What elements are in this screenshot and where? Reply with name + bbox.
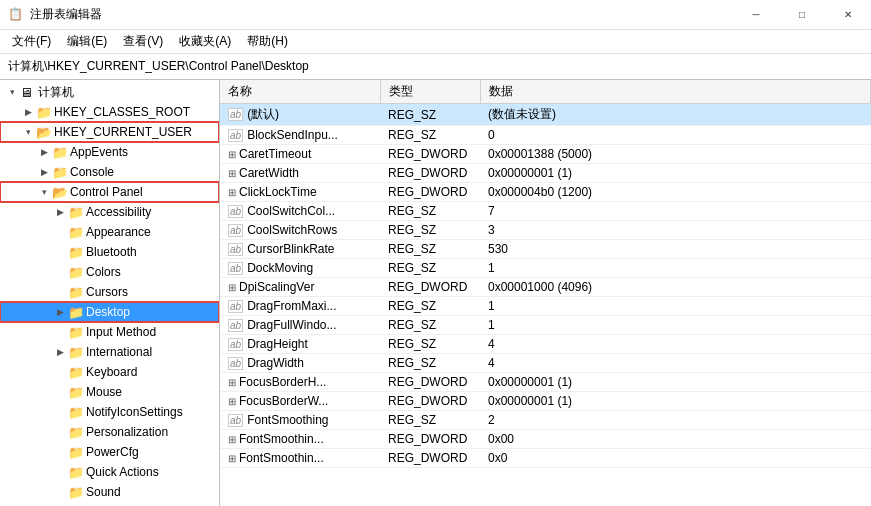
tree-label-console: Console	[70, 165, 114, 179]
tree-item-personalization[interactable]: 📁 Personalization	[0, 422, 219, 442]
tree-item-sound[interactable]: 📁 Sound	[0, 482, 219, 502]
tree-label-powercfg: PowerCfg	[86, 445, 139, 459]
tree-item-console[interactable]: ▶ 📁 Console	[0, 162, 219, 182]
menu-view[interactable]: 查看(V)	[115, 31, 171, 52]
table-row[interactable]: abCursorBlinkRateREG_SZ530	[220, 240, 871, 259]
table-row[interactable]: abBlockSendInpu...REG_SZ0	[220, 126, 871, 145]
reg-name-cell: abDockMoving	[220, 259, 380, 278]
table-row[interactable]: ⊞FocusBorderH...REG_DWORD0x00000001 (1)	[220, 373, 871, 392]
col-header-type[interactable]: 类型	[380, 80, 480, 104]
table-row[interactable]: ⊞CaretTimeoutREG_DWORD0x00001388 (5000)	[220, 145, 871, 164]
table-row[interactable]: abCoolSwitchRowsREG_SZ3	[220, 221, 871, 240]
expander-quickactions[interactable]	[52, 462, 68, 482]
hkcr-icon: 📁	[36, 105, 52, 120]
tree-item-powercfg[interactable]: 📁 PowerCfg	[0, 442, 219, 462]
reg-data-cell: 0	[480, 126, 871, 145]
minimize-button[interactable]: ─	[733, 0, 779, 30]
tree-item-bluetooth[interactable]: 📁 Bluetooth	[0, 242, 219, 262]
maximize-button[interactable]: □	[779, 0, 825, 30]
tree-item-hkcr[interactable]: ▶ 📁 HKEY_CLASSES_ROOT	[0, 102, 219, 122]
tree-item-quickactions[interactable]: 📁 Quick Actions	[0, 462, 219, 482]
table-row[interactable]: ⊞DpiScalingVerREG_DWORD0x00001000 (4096)	[220, 278, 871, 297]
table-row[interactable]: ab(默认)REG_SZ(数值未设置)	[220, 104, 871, 126]
menu-file[interactable]: 文件(F)	[4, 31, 59, 52]
tree-item-controlpanel[interactable]: ▾ 📂 Control Panel	[0, 182, 219, 202]
appearance-icon: 📁	[68, 225, 84, 240]
table-row[interactable]: ⊞FontSmoothin...REG_DWORD0x0	[220, 449, 871, 468]
expander-inputmethod[interactable]	[52, 322, 68, 342]
menu-favorites[interactable]: 收藏夹(A)	[171, 31, 239, 52]
col-header-name[interactable]: 名称	[220, 80, 380, 104]
expander-accessibility[interactable]: ▶	[52, 202, 68, 222]
tree-item-international[interactable]: ▶ 📁 International	[0, 342, 219, 362]
tree-item-notifyiconsettings[interactable]: 📁 NotifyIconSettings	[0, 402, 219, 422]
table-row[interactable]: abDockMovingREG_SZ1	[220, 259, 871, 278]
expander-desktop[interactable]: ▶	[52, 302, 68, 322]
reg-name-cell: abDragHeight	[220, 335, 380, 354]
menu-edit[interactable]: 编辑(E)	[59, 31, 115, 52]
table-row[interactable]: abDragFullWindo...REG_SZ1	[220, 316, 871, 335]
table-row[interactable]: abFontSmoothingREG_SZ2	[220, 411, 871, 430]
expander-cursors[interactable]	[52, 282, 68, 302]
expander-international[interactable]: ▶	[52, 342, 68, 362]
tree-item-inputmethod[interactable]: 📁 Input Method	[0, 322, 219, 342]
expander-appearance[interactable]	[52, 222, 68, 242]
title-bar: 📋 注册表编辑器 ─ □ ✕	[0, 0, 871, 30]
tree-item-appevents[interactable]: ▶ 📁 AppEvents	[0, 142, 219, 162]
tree-label-quickactions: Quick Actions	[86, 465, 159, 479]
expander-notifyiconsettings[interactable]	[52, 402, 68, 422]
table-row[interactable]: abDragFromMaxi...REG_SZ1	[220, 297, 871, 316]
table-row[interactable]: ⊞CaretWidthREG_DWORD0x00000001 (1)	[220, 164, 871, 183]
tree-item-desktop[interactable]: ▶ 📁 Desktop	[0, 302, 219, 322]
reg-name-cell: ⊞CaretTimeout	[220, 145, 380, 164]
expander-mouse[interactable]	[52, 382, 68, 402]
expander-appevents[interactable]: ▶	[36, 142, 52, 162]
table-row[interactable]: ⊞ClickLockTimeREG_DWORD0x000004b0 (1200)	[220, 183, 871, 202]
expander-sound[interactable]	[52, 482, 68, 502]
close-button[interactable]: ✕	[825, 0, 871, 30]
tree-item-mouse[interactable]: 📁 Mouse	[0, 382, 219, 402]
expander-colors[interactable]	[52, 262, 68, 282]
menu-bar: 文件(F) 编辑(E) 查看(V) 收藏夹(A) 帮助(H)	[0, 30, 871, 54]
tree-label-desktop: Desktop	[86, 305, 130, 319]
reg-type-cell: REG_DWORD	[380, 145, 480, 164]
table-row[interactable]: abDragWidthREG_SZ4	[220, 354, 871, 373]
tree-item-colors[interactable]: 📁 Colors	[0, 262, 219, 282]
expander-powercfg[interactable]	[52, 442, 68, 462]
col-header-data[interactable]: 数据	[480, 80, 871, 104]
expander-keyboard[interactable]	[52, 362, 68, 382]
tree-item-cursors[interactable]: 📁 Cursors	[0, 282, 219, 302]
tree-panel[interactable]: ▾ 🖥 计算机 ▶ 📁 HKEY_CLASSES_ROOT ▾ 📂 HKEY_C…	[0, 80, 220, 506]
menu-help[interactable]: 帮助(H)	[239, 31, 296, 52]
table-row[interactable]: abCoolSwitchCol...REG_SZ7	[220, 202, 871, 221]
reg-name-cell: abCursorBlinkRate	[220, 240, 380, 259]
tree-item-keyboard[interactable]: 📁 Keyboard	[0, 362, 219, 382]
tree-label-hkcr: HKEY_CLASSES_ROOT	[54, 105, 190, 119]
tree-item-appearance[interactable]: 📁 Appearance	[0, 222, 219, 242]
desktop-icon: 📁	[68, 305, 84, 320]
reg-name-cell: abDragFromMaxi...	[220, 297, 380, 316]
colors-icon: 📁	[68, 265, 84, 280]
tree-item-hkcu[interactable]: ▾ 📂 HKEY_CURRENT_USER	[0, 122, 219, 142]
reg-name-cell: abBlockSendInpu...	[220, 126, 380, 145]
tree-label-appevents: AppEvents	[70, 145, 128, 159]
controlpanel-icon: 📂	[52, 185, 68, 200]
reg-name-cell: ab(默认)	[220, 104, 380, 126]
expander-hkcr[interactable]: ▶	[20, 102, 36, 122]
tree-item-computer[interactable]: ▾ 🖥 计算机	[0, 82, 219, 102]
expander-hkcu[interactable]: ▾	[20, 122, 36, 142]
expander-personalization[interactable]	[52, 422, 68, 442]
table-row[interactable]: ⊞FontSmoothin...REG_DWORD0x00	[220, 430, 871, 449]
expander-bluetooth[interactable]	[52, 242, 68, 262]
reg-name-cell: abFontSmoothing	[220, 411, 380, 430]
expander-computer[interactable]: ▾	[4, 82, 20, 102]
reg-type-cell: REG_DWORD	[380, 373, 480, 392]
sound-icon: 📁	[68, 485, 84, 500]
expander-controlpanel[interactable]: ▾	[36, 182, 52, 202]
table-row[interactable]: ⊞FocusBorderW...REG_DWORD0x00000001 (1)	[220, 392, 871, 411]
table-row[interactable]: abDragHeightREG_SZ4	[220, 335, 871, 354]
keyboard-icon: 📁	[68, 365, 84, 380]
reg-data-cell: 0x00000001 (1)	[480, 392, 871, 411]
tree-item-accessibility[interactable]: ▶ 📁 Accessibility	[0, 202, 219, 222]
expander-console[interactable]: ▶	[36, 162, 52, 182]
